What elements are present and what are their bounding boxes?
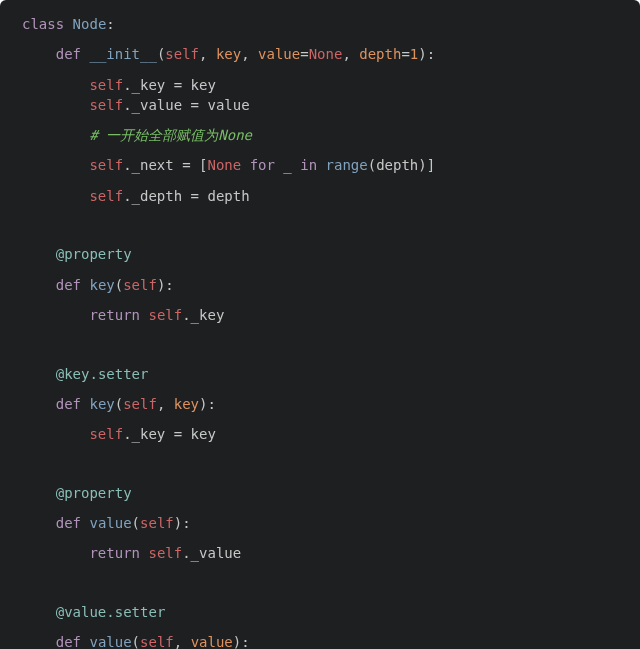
line-12: def value(self): <box>22 515 191 531</box>
kw-class: class <box>22 16 64 32</box>
line-7: self._depth = depth <box>22 188 250 204</box>
line-2: def __init__(self, key, value=None, dept… <box>22 46 435 62</box>
line-13: return self._value <box>22 545 241 561</box>
code-content: class Node: def __init__(self, key, valu… <box>22 14 640 649</box>
class-name: Node <box>73 16 107 32</box>
comment: # 一开始全部赋值为None <box>89 127 252 143</box>
decorator-2: @key.setter <box>22 366 148 382</box>
decorator-1: @property <box>22 246 132 262</box>
line-10: def key(self, key): <box>22 396 216 412</box>
line-9: return self._key <box>22 307 224 323</box>
decorator-4: @value.setter <box>22 604 165 620</box>
line-8: def key(self): <box>22 277 174 293</box>
line-14: def value(self, value): <box>22 634 250 649</box>
line-1: class Node: <box>22 16 115 32</box>
line-4: self._value = value <box>22 97 250 113</box>
kw-def: def <box>56 46 81 62</box>
line-6: self._next = [None for _ in range(depth)… <box>22 157 435 173</box>
decorator-3: @property <box>22 485 132 501</box>
code-block: class Node: def __init__(self, key, valu… <box>0 0 640 649</box>
line-3: self._key = key <box>22 77 216 93</box>
fn-init: __init__ <box>89 46 156 62</box>
line-11: self._key = key <box>22 426 216 442</box>
line-5-comment: # 一开始全部赋值为None <box>22 127 252 143</box>
